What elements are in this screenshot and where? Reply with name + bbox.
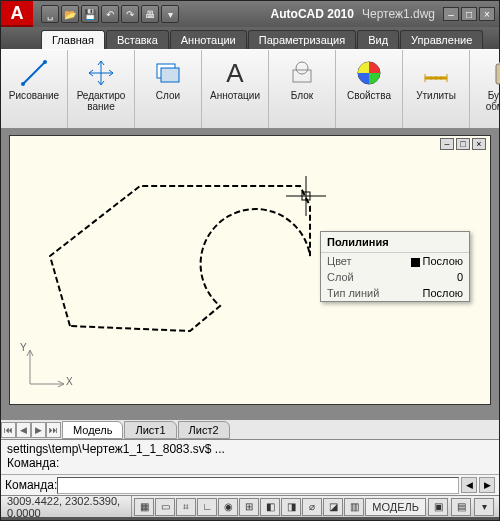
tab-manage[interactable]: Управление: [400, 30, 483, 49]
panel-label: Свойства: [340, 90, 398, 101]
panel-utilities: Утилиты: [403, 50, 470, 128]
mdi-area: – □ × Y X Полилиния: [1, 129, 499, 419]
panel-label: Аннотации: [206, 90, 264, 101]
measure-icon: [407, 56, 465, 90]
qat-print[interactable]: 🖶: [141, 5, 159, 23]
status-menu[interactable]: ▾: [474, 498, 494, 516]
cmd-scroll-left[interactable]: ◀: [461, 477, 477, 493]
drawing-window[interactable]: – □ × Y X Полилиния: [9, 135, 491, 405]
tab-parametric[interactable]: Параметризация: [248, 30, 356, 49]
toggle-qp[interactable]: ◪: [323, 498, 343, 516]
draw-button[interactable]: Рисование: [5, 52, 63, 101]
svg-point-6: [296, 62, 308, 74]
ribbon: Рисование Редактиро вание Слои A Аннотац…: [1, 49, 499, 129]
toggle-otrack[interactable]: ⊞: [239, 498, 259, 516]
color-swatch: [411, 258, 420, 267]
app-name: AutoCAD 2010: [271, 7, 354, 21]
tab-annotate[interactable]: Аннотации: [170, 30, 247, 49]
qat-more[interactable]: ▾: [161, 5, 179, 23]
coordinates[interactable]: 3009.4422, 2302.5390, 0.0000: [1, 496, 132, 517]
command-window: settings\temp\Чертеж1_1_1_8083.sv$ ... К…: [1, 439, 499, 495]
nav-last[interactable]: ⏭: [46, 422, 61, 438]
panel-annotation: A Аннотации: [202, 50, 269, 128]
panel-label: Редактиро вание: [72, 90, 130, 112]
panel-label: Слои: [139, 90, 197, 101]
layout-tab-1[interactable]: Лист1: [124, 421, 176, 439]
toggle-snap[interactable]: ▭: [155, 498, 175, 516]
svg-point-0: [21, 82, 25, 86]
tab-insert[interactable]: Вставка: [106, 30, 169, 49]
panel-label: Утилиты: [407, 90, 465, 101]
tooltip-row: Тип линийПослою: [321, 285, 469, 301]
utilities-button[interactable]: Утилиты: [407, 52, 465, 101]
svg-point-1: [43, 60, 47, 64]
layout-tabs: ⏮ ◀ ▶ ⏭ Модель Лист1 Лист2: [1, 419, 499, 439]
toggle-sc[interactable]: ▥: [344, 498, 364, 516]
status-toggles: ▦ ▭ ⌗ ∟ ◉ ⊞ ◧ ◨ ⌀ ◪ ▥: [134, 498, 365, 516]
annotation-button[interactable]: A Аннотации: [206, 52, 264, 101]
tooltip-row: Цвет Послою: [321, 253, 469, 269]
properties-icon: [340, 56, 398, 90]
text-icon: A: [206, 56, 264, 90]
svg-rect-5: [293, 70, 311, 82]
maximize-button[interactable]: □: [461, 7, 477, 21]
minimize-button[interactable]: –: [443, 7, 459, 21]
clipboard-button[interactable]: Буфер обмена: [474, 52, 500, 112]
qat-redo[interactable]: ↷: [121, 5, 139, 23]
status-extra-1[interactable]: ▣: [428, 498, 448, 516]
properties-button[interactable]: Свойства: [340, 52, 398, 101]
cmd-scroll-right[interactable]: ▶: [479, 477, 495, 493]
tooltip-row: Слой0: [321, 269, 469, 285]
layers-icon: [139, 56, 197, 90]
layers-button[interactable]: Слои: [139, 52, 197, 101]
panel-label: Рисование: [5, 90, 63, 101]
titlebar[interactable]: A ␣ 📂 💾 ↶ ↷ 🖶 ▾ AutoCAD 2010 Чертеж1.dwg…: [1, 1, 499, 27]
toggle-polar[interactable]: ∟: [197, 498, 217, 516]
toggle-ortho[interactable]: ⌗: [176, 498, 196, 516]
svg-text:A: A: [226, 58, 244, 88]
ucs-icon: Y X: [20, 344, 70, 394]
nav-next[interactable]: ▶: [31, 422, 46, 438]
svg-rect-8: [496, 64, 500, 84]
toggle-osnap[interactable]: ◉: [218, 498, 238, 516]
close-button[interactable]: ×: [479, 7, 495, 21]
command-input[interactable]: [57, 477, 459, 494]
layout-nav: ⏮ ◀ ▶ ⏭: [1, 422, 61, 438]
quick-access-toolbar: ␣ 📂 💾 ↶ ↷ 🖶 ▾: [41, 5, 179, 23]
panel-block: Блок: [269, 50, 336, 128]
tab-home[interactable]: Главная: [41, 30, 105, 49]
qat-open[interactable]: 📂: [61, 5, 79, 23]
panel-draw: Рисование: [1, 50, 68, 128]
line-icon: [5, 56, 63, 90]
panel-label: Блок: [273, 90, 331, 101]
hover-tooltip: Полилиния Цвет Послою Слой0 Тип линийПос…: [320, 231, 470, 302]
layout-tab-2[interactable]: Лист2: [178, 421, 230, 439]
panel-layers: Слои: [135, 50, 202, 128]
move-icon: [72, 56, 130, 90]
command-history[interactable]: settings\temp\Чертеж1_1_1_8083.sv$ ... К…: [1, 440, 499, 475]
modify-button[interactable]: Редактиро вание: [72, 52, 130, 112]
panel-clipboard: Буфер обмена: [470, 50, 500, 128]
svg-rect-3: [161, 68, 179, 82]
panel-modify: Редактиро вание: [68, 50, 135, 128]
nav-prev[interactable]: ◀: [16, 422, 31, 438]
toggle-ducs[interactable]: ◧: [260, 498, 280, 516]
tab-view[interactable]: Вид: [357, 30, 399, 49]
nav-first[interactable]: ⏮: [1, 422, 16, 438]
ribbon-tabs: Главная Вставка Аннотации Параметризация…: [1, 27, 499, 49]
crosshair-cursor: [286, 176, 326, 216]
qat-save[interactable]: 💾: [81, 5, 99, 23]
document-name: Чертеж1.dwg: [362, 7, 435, 21]
app-logo[interactable]: A: [1, 1, 33, 27]
qat-undo[interactable]: ↶: [101, 5, 119, 23]
status-extra-2[interactable]: ▤: [451, 498, 471, 516]
command-prompt: Команда:: [5, 478, 57, 492]
toggle-dyn[interactable]: ◨: [281, 498, 301, 516]
space-toggle[interactable]: МОДЕЛЬ: [365, 498, 426, 516]
toggle-lwt[interactable]: ⌀: [302, 498, 322, 516]
block-button[interactable]: Блок: [273, 52, 331, 101]
qat-new[interactable]: ␣: [41, 5, 59, 23]
block-icon: [273, 56, 331, 90]
toggle-grid[interactable]: ▦: [134, 498, 154, 516]
layout-tab-model[interactable]: Модель: [62, 421, 123, 439]
